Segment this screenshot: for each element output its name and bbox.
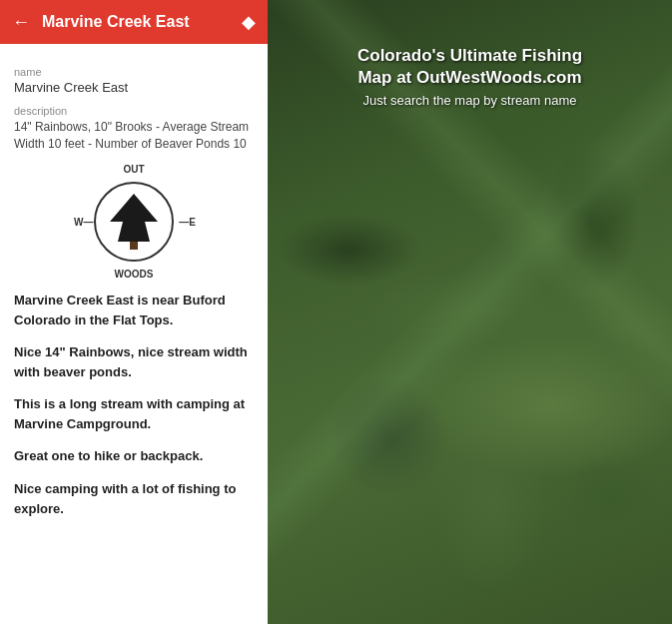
- panel-content: name Marvine Creek East description 14" …: [0, 44, 268, 624]
- description-value: 14" Rainbows, 10" Brooks - Average Strea…: [14, 119, 254, 153]
- compass-woods-label: WOODS: [115, 269, 154, 280]
- compass-east-label: —E: [179, 216, 196, 227]
- left-panel: ← Marvine Creek East ◆ name Marvine Cree…: [0, 0, 268, 624]
- header-bar: ← Marvine Creek East ◆: [0, 0, 268, 44]
- bookmark-icon[interactable]: ◆: [242, 11, 256, 33]
- body-para-4: Great one to hike or backpack.: [14, 446, 254, 466]
- map-terrain: [268, 0, 672, 624]
- body-para-3: This is a long stream with camping at Ma…: [14, 394, 254, 434]
- body-para-1: Marvine Creek East is near Buford Colora…: [14, 291, 254, 330]
- name-value: Marvine Creek East: [14, 80, 254, 95]
- svg-rect-1: [130, 242, 138, 250]
- name-label: name: [14, 66, 254, 78]
- body-para-2: Nice 14" Rainbows, nice stream width wit…: [14, 342, 254, 382]
- back-button[interactable]: ←: [12, 12, 30, 33]
- description-label: description: [14, 105, 254, 117]
- tree-compass-icon: [108, 192, 160, 252]
- map-panel: Colorado's Ultimate Fishing Map at OutWe…: [268, 0, 672, 624]
- compass-circle: W— —E: [94, 182, 174, 262]
- compass-out-label: OUT: [123, 164, 144, 175]
- svg-marker-0: [110, 194, 158, 242]
- compass-container: OUT W— —E WOODS: [14, 167, 254, 277]
- body-text: Marvine Creek East is near Buford Colora…: [14, 291, 254, 519]
- header-title: Marvine Creek East: [42, 13, 242, 31]
- body-para-5: Nice camping with a lot of fishing to ex…: [14, 479, 254, 519]
- compass-west-label: W—: [74, 216, 93, 227]
